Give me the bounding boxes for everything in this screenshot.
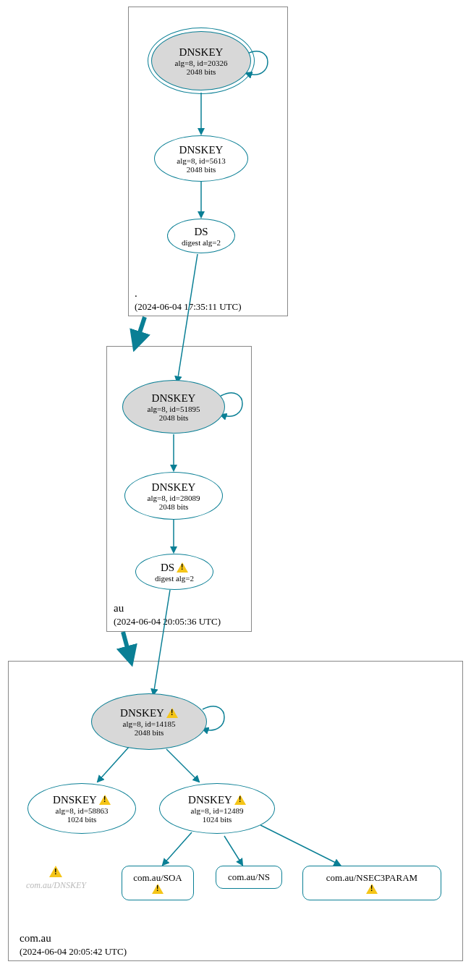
rr-nsec3-title: com.au/NSEC3PARAM <box>326 872 417 884</box>
rr-nsec3[interactable]: com.au/NSEC3PARAM <box>302 866 441 900</box>
zone-root-label: . (2024-06-04 17:35:11 UTC) <box>135 287 242 313</box>
comau-zsk1-title: DNSKEY <box>53 794 111 806</box>
au-zsk[interactable]: DNSKEY alg=8, id=28089 2048 bits <box>124 472 223 520</box>
zone-au-ts: (2024-06-04 20:05:36 UTC) <box>114 616 221 627</box>
au-zsk-title: DNSKEY <box>152 481 196 494</box>
root-zsk-title: DNSKEY <box>179 144 224 156</box>
comau-zsk2-sub2: 1024 bits <box>203 815 232 824</box>
root-ksk[interactable]: DNSKEY alg=8, id=20326 2048 bits <box>151 31 251 90</box>
comau-ksk-title: DNSKEY <box>120 707 178 719</box>
root-ds-sub1: digest alg=2 <box>182 238 221 247</box>
au-ksk-sub1: alg=8, id=51895 <box>148 405 200 413</box>
comau-zsk2-sub1: alg=8, id=12489 <box>191 806 244 815</box>
au-ds-title: DS <box>161 562 188 574</box>
au-zsk-sub2: 2048 bits <box>159 502 189 511</box>
root-zsk-sub2: 2048 bits <box>187 165 216 174</box>
root-ksk-sub2: 2048 bits <box>187 67 216 76</box>
au-ksk-title: DNSKEY <box>152 392 196 405</box>
root-ds[interactable]: DS digest alg=2 <box>167 219 235 253</box>
faint-dnskey-label: com.au/DNSKEY <box>26 880 86 891</box>
root-zsk[interactable]: DNSKEY alg=8, id=5613 2048 bits <box>154 135 248 182</box>
comau-zsk1[interactable]: DNSKEY alg=8, id=58863 1024 bits <box>27 783 136 834</box>
warning-icon <box>99 795 111 805</box>
comau-zsk2[interactable]: DNSKEY alg=8, id=12489 1024 bits <box>159 783 275 834</box>
zone-root-ts: (2024-06-04 17:35:11 UTC) <box>135 301 242 312</box>
root-ds-title: DS <box>194 226 208 238</box>
warning-icon <box>234 795 246 805</box>
root-ksk-title: DNSKEY <box>179 46 224 59</box>
warning-icon <box>177 562 188 573</box>
au-zsk-sub1: alg=8, id=28089 <box>148 494 200 502</box>
rr-ns[interactable]: com.au/NS <box>216 866 282 889</box>
comau-ksk-sub1: alg=8, id=14185 <box>123 719 176 728</box>
au-ds-sub1: digest alg=2 <box>155 574 194 583</box>
rr-soa-title: com.au/SOA <box>133 872 182 884</box>
root-ksk-sub1: alg=8, id=20326 <box>175 59 228 67</box>
warning-icon <box>152 884 164 894</box>
au-ds[interactable]: DS digest alg=2 <box>135 554 213 590</box>
zone-root-name: . <box>135 287 137 299</box>
comau-ksk-sub2: 2048 bits <box>135 728 164 737</box>
rr-soa[interactable]: com.au/SOA <box>122 866 194 900</box>
comau-ksk[interactable]: DNSKEY alg=8, id=14185 2048 bits <box>91 693 207 750</box>
comau-zsk2-title: DNSKEY <box>188 794 246 806</box>
au-ksk[interactable]: DNSKEY alg=8, id=51895 2048 bits <box>122 380 225 434</box>
root-zsk-sub1: alg=8, id=5613 <box>177 156 225 165</box>
zone-comau-name: com.au <box>20 932 51 944</box>
comau-zsk1-sub1: alg=8, id=58863 <box>56 806 109 815</box>
zone-comau-ts: (2024-06-04 20:05:42 UTC) <box>20 946 127 957</box>
zone-au-label: au (2024-06-04 20:05:36 UTC) <box>114 601 221 628</box>
warning-icon <box>366 884 378 894</box>
comau-zsk1-sub2: 1024 bits <box>67 815 97 824</box>
zone-au-name: au <box>114 602 124 614</box>
warning-icon <box>166 708 178 718</box>
zone-comau-label: com.au (2024-06-04 20:05:42 UTC) <box>20 932 127 958</box>
rr-ns-title: com.au/NS <box>228 871 270 883</box>
au-ksk-sub2: 2048 bits <box>159 413 189 422</box>
warning-icon <box>49 866 62 877</box>
